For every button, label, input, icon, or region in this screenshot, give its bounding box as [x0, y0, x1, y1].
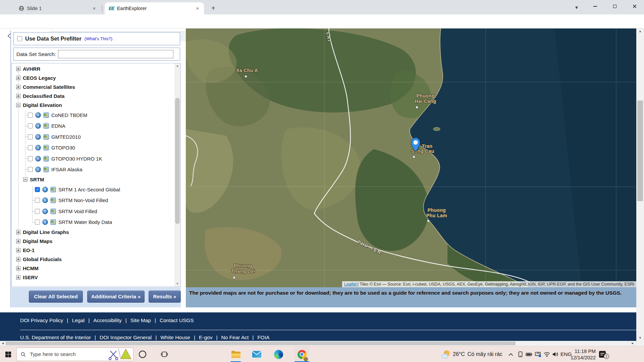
tree-dataset-srtm-void-filled[interactable]: iSRTM Void Filled	[12, 206, 174, 217]
tree-dataset-label[interactable]: SRTM Void Filled	[58, 208, 97, 214]
horizontal-scrollbar-thumb[interactable]	[6, 342, 516, 345]
footprint-map-icon[interactable]	[50, 208, 56, 214]
footer-link-white-house[interactable]: White House	[160, 335, 190, 340]
footer-link-e-gov[interactable]: E-gov	[199, 335, 213, 340]
tree-category-digital-elevation[interactable]: −Digital Elevation	[12, 101, 174, 110]
vertical-scrollbar[interactable]: ▲ ▼	[636, 28, 644, 341]
start-button[interactable]	[0, 346, 16, 362]
expand-toggle-icon[interactable]: −	[16, 103, 20, 107]
dataset-checkbox[interactable]: ✓	[35, 187, 40, 192]
footprint-map-icon[interactable]	[43, 156, 49, 162]
tree-category-label[interactable]: HCMM	[23, 265, 39, 271]
tab-close-icon[interactable]: ×	[195, 5, 201, 11]
tray-battery-icon[interactable]	[525, 346, 533, 362]
tree-dataset-label[interactable]: CoNED TBDEM	[51, 112, 87, 118]
cortana-icon[interactable]	[139, 351, 146, 358]
info-icon[interactable]: i	[42, 208, 48, 214]
prefilter-checkbox[interactable]	[17, 36, 22, 41]
taskbar-search-box[interactable]	[16, 348, 133, 361]
tree-dataset-label[interactable]: GTOPO30 HYDRO 1K	[51, 156, 102, 162]
footprint-map-icon[interactable]	[50, 219, 56, 225]
scroll-up-icon[interactable]: ▲	[636, 28, 644, 34]
footer-link-foia[interactable]: FOIA	[257, 335, 269, 340]
footprint-map-icon[interactable]	[43, 123, 49, 129]
footprint-map-icon[interactable]	[43, 112, 49, 118]
dataset-checkbox[interactable]	[28, 134, 33, 139]
tree-category-avhrr[interactable]: +AVHRR	[12, 64, 174, 73]
footer-link-contact-usgs[interactable]: Contact USGS	[160, 317, 194, 323]
tree-category-label[interactable]: Commercial Satellites	[23, 84, 75, 90]
scroll-left-icon[interactable]: ◄	[0, 341, 6, 346]
vertical-scrollbar-thumb[interactable]	[637, 101, 643, 201]
window-maximize-button[interactable]	[607, 0, 623, 13]
dataset-checkbox[interactable]	[28, 167, 33, 172]
expand-toggle-icon[interactable]: +	[16, 266, 20, 270]
tree-category-label[interactable]: Digital Maps	[23, 238, 52, 244]
expand-toggle-icon[interactable]: +	[16, 94, 20, 98]
tab-earthexplorer[interactable]: EE EarthExplorer ×	[105, 2, 204, 14]
expand-toggle-icon[interactable]: −	[23, 177, 28, 182]
expand-toggle-icon[interactable]: +	[16, 76, 20, 80]
taskbar-weather[interactable]: 26°C Có mây rải rác	[441, 346, 502, 362]
info-icon[interactable]: i	[42, 197, 48, 203]
tray-volume-icon[interactable]	[551, 346, 560, 362]
info-icon[interactable]: i	[35, 112, 41, 118]
scroll-right-icon[interactable]: ►	[630, 341, 636, 346]
tree-dataset-srtm-non-void-filled[interactable]: iSRTM Non-Void Filled	[12, 195, 174, 206]
tab-close-icon[interactable]: ×	[91, 5, 97, 11]
info-icon[interactable]: i	[42, 219, 48, 225]
info-icon[interactable]: i	[35, 167, 41, 172]
dataset-checkbox[interactable]	[35, 198, 40, 203]
clear-all-selected-button[interactable]: Clear All Selected	[29, 291, 83, 303]
dataset-checkbox[interactable]	[35, 220, 40, 225]
dataset-checkbox[interactable]	[28, 113, 33, 118]
footer-link-site-map[interactable]: Site Map	[130, 317, 151, 323]
tree-category-label[interactable]: AVHRR	[23, 66, 40, 72]
tray-chevron-up-icon[interactable]	[506, 346, 515, 362]
tree-category-eo-1[interactable]: +EO-1	[12, 246, 174, 255]
new-tab-button[interactable]: +	[209, 4, 218, 13]
tree-category-label[interactable]: CEOS Legacy	[23, 75, 56, 81]
tree-category-label[interactable]: Declassified Data	[23, 93, 64, 99]
file-explorer-taskbar-icon[interactable]	[228, 346, 243, 362]
tree-dataset-label[interactable]: SRTM 1 Arc-Second Global	[58, 187, 120, 192]
tree-category-iserv[interactable]: +ISERV	[12, 273, 174, 282]
chrome-taskbar-icon[interactable]	[294, 346, 309, 362]
tree-dataset-label[interactable]: SRTM Non-Void Filled	[58, 197, 108, 203]
tree-dataset-srtm-1-arc-second-global[interactable]: ✓iSRTM 1 Arc-Second Global	[12, 184, 174, 195]
tree-category-hcmm[interactable]: +HCMM	[12, 264, 174, 273]
tree-dataset-label[interactable]: EDNA	[51, 123, 65, 129]
info-icon[interactable]: i	[35, 156, 41, 162]
footer-link-accessibility[interactable]: Accessibility	[93, 317, 121, 323]
footprint-map-icon[interactable]	[43, 134, 49, 140]
expand-toggle-icon[interactable]: +	[16, 257, 20, 261]
tree-category-digital-line-graphs[interactable]: +Digital Line Graphs	[12, 228, 174, 237]
footprint-map-icon[interactable]	[50, 197, 56, 203]
scroll-up-icon[interactable]: ▲	[174, 63, 180, 69]
tree-category-srtm[interactable]: −SRTM	[12, 175, 174, 184]
tree-dataset-label[interactable]: GTOPO30	[51, 145, 75, 150]
expand-toggle-icon[interactable]: +	[16, 230, 20, 234]
info-icon[interactable]: i	[42, 187, 48, 192]
tree-dataset-edna[interactable]: iEDNA	[12, 121, 174, 132]
footer-link-doi-privacy-policy[interactable]: DOI Privacy Policy	[20, 317, 63, 323]
results-button[interactable]: Results »	[149, 291, 181, 303]
tray-wifi-icon[interactable]	[542, 346, 551, 362]
tree-category-global-fiducials[interactable]: +Global Fiducials	[12, 255, 174, 264]
tree-dataset-srtm-water-body-data[interactable]: iSRTM Water Body Data	[12, 217, 174, 228]
tree-category-label[interactable]: Digital Line Graphs	[23, 229, 69, 235]
dataset-checkbox[interactable]	[35, 209, 40, 214]
info-icon[interactable]: i	[35, 134, 41, 140]
footprint-map-icon[interactable]	[43, 167, 49, 172]
footer-link-doi-inspector-general[interactable]: DOI Inspector General	[100, 335, 152, 340]
taskbar-clock[interactable]: 11:18 PM 12/14/2022	[572, 346, 596, 362]
tree-category-label[interactable]: ISERV	[23, 275, 38, 280]
mail-taskbar-icon[interactable]	[249, 346, 264, 362]
dataset-checkbox[interactable]	[28, 123, 33, 128]
tree-category-label[interactable]: SRTM	[30, 177, 44, 182]
whats-this-link[interactable]: (What's This?)	[85, 36, 112, 41]
tray-phone-icon[interactable]	[516, 346, 525, 362]
edge-taskbar-icon[interactable]	[271, 346, 286, 362]
language-indicator[interactable]: ENG	[560, 346, 572, 362]
dataset-search-input[interactable]	[58, 50, 173, 58]
